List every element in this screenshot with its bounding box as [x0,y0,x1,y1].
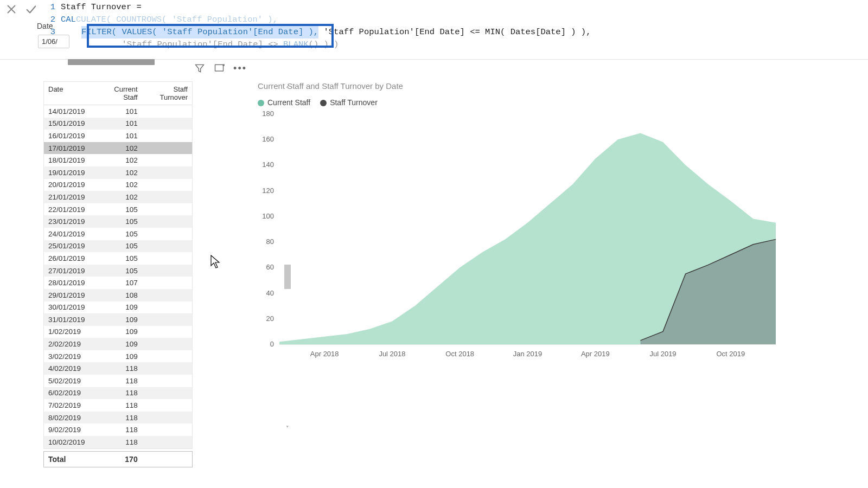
svg-text:140: 140 [262,160,274,169]
measure-name: Staff Turnover = [61,1,142,14]
header-staff-turnover[interactable]: Staff Turnover [142,82,192,105]
svg-text:Apr 2019: Apr 2019 [581,350,610,358]
cell-date: 24/01/2019 [44,230,93,238]
table-row[interactable]: 27/01/2019105 [44,265,192,277]
cell-current-staff: 101 [93,132,142,140]
cell-current-staff: 108 [93,291,142,299]
table-row[interactable]: 6/02/2019118 [44,387,192,400]
chart-title: Current Staff and Staff Turnover by Date [258,81,846,91]
cell-current-staff: 105 [93,242,142,250]
legend-item-staff-turnover[interactable]: Staff Turnover [320,98,378,107]
date-slicer-dropdown[interactable]: 1/06/ [38,35,69,48]
table-row[interactable]: 7/02/2019118 [44,399,192,412]
cell-date: 4/02/2019 [44,364,93,373]
cell-current-staff: 109 [93,328,142,336]
cell-date: 27/01/2019 [44,267,93,275]
header-current-staff[interactable]: Current Staff [93,82,142,105]
table-row[interactable]: 4/02/2019118 [44,362,192,375]
cell-current-staff: 118 [93,364,142,373]
svg-text:120: 120 [262,187,274,195]
cell-current-staff: 107 [93,279,142,287]
table-row[interactable]: 17/01/2019102 [44,142,192,155]
formula-horizontal-scrollbar[interactable] [68,59,155,65]
svg-text:60: 60 [266,263,274,271]
table-row[interactable]: 10/02/2019118 [44,436,192,448]
cell-current-staff: 118 [93,438,142,446]
table-row[interactable]: 28/01/2019107 [44,277,192,289]
table-row[interactable]: 20/01/2019102 [44,179,192,191]
cell-date: 9/02/2019 [44,426,93,434]
svg-text:180: 180 [262,111,274,118]
table-row[interactable]: 3/02/2019109 [44,350,192,363]
cell-current-staff: 118 [93,401,142,409]
cell-date: 25/01/2019 [44,242,93,250]
table-total-row: Total 170 [43,451,193,467]
svg-text:Jul 2018: Jul 2018 [379,350,405,358]
cell-date: 15/01/2019 [44,119,93,127]
cell-current-staff: 102 [93,193,142,201]
area-chart-visual[interactable]: Current Staff and Staff Turnover by Date… [258,81,846,467]
svg-text:0: 0 [270,340,274,348]
table-row[interactable]: 5/02/2019118 [44,375,192,387]
table-row[interactable]: 8/02/2019118 [44,412,192,424]
scroll-down-arrow[interactable]: ˅ [284,425,291,433]
svg-text:40: 40 [266,289,274,297]
table-row[interactable]: 21/01/2019102 [44,191,192,203]
cell-date: 23/01/2019 [44,217,93,226]
chart-plot-area[interactable]: 020406080100120140160180Apr 2018Jul 2018… [258,111,778,361]
svg-text:Apr 2018: Apr 2018 [310,350,339,358]
cell-date: 17/01/2019 [44,144,93,152]
more-options-icon[interactable]: ••• [233,65,247,72]
table-row[interactable]: 2/02/2019109 [44,338,192,350]
cell-date: 16/01/2019 [44,132,93,140]
slicer-field-label: Date [37,22,53,30]
table-row[interactable]: 26/01/2019105 [44,252,192,265]
table-row[interactable]: 1/02/2019109 [44,326,192,338]
cell-current-staff: 101 [93,119,142,127]
filter-icon[interactable] [194,63,205,74]
cell-date: 14/01/2019 [44,107,93,115]
table-visual[interactable]: ••• Date Current Staff Staff Turnover 14… [43,81,241,467]
cell-date: 10/02/2019 [44,438,93,446]
formula-bar: 1Staff Turnover = 2CALCULATE( COUNTROWS(… [0,0,868,60]
svg-text:Jul 2019: Jul 2019 [649,350,676,358]
dax-editor[interactable]: 1Staff Turnover = 2CALCULATE( COUNTROWS(… [49,0,591,51]
scroll-up-arrow[interactable]: ˄ [284,86,291,93]
cell-date: 31/01/2019 [44,316,93,324]
table-row[interactable]: 15/01/2019101 [44,118,192,130]
cell-date: 29/01/2019 [44,291,93,299]
svg-text:20: 20 [266,314,274,323]
cell-current-staff: 105 [93,230,142,238]
cell-current-staff: 101 [93,107,142,115]
cancel-icon[interactable] [5,3,17,17]
commit-icon[interactable] [25,3,37,17]
table-row[interactable]: 14/01/2019101 [44,105,192,118]
cell-date: 2/02/2019 [44,340,93,348]
table-row[interactable]: 24/01/2019105 [44,228,192,240]
cell-current-staff: 109 [93,352,142,361]
cell-current-staff: 105 [93,254,142,262]
svg-rect-0 [215,65,224,71]
cell-date: 18/01/2019 [44,156,93,164]
table-row[interactable]: 29/01/2019108 [44,289,192,301]
table-row[interactable]: 22/01/2019105 [44,203,192,216]
svg-text:Jan 2019: Jan 2019 [513,350,542,358]
table-row[interactable]: 31/01/2019109 [44,313,192,326]
mouse-cursor [210,255,221,269]
table-row[interactable]: 18/01/2019102 [44,154,192,166]
svg-text:Oct 2018: Oct 2018 [445,350,474,358]
cell-current-staff: 102 [93,181,142,189]
cell-current-staff: 109 [93,303,142,311]
table-row[interactable]: 25/01/2019105 [44,240,192,253]
cell-current-staff: 105 [93,217,142,226]
cell-date: 30/01/2019 [44,303,93,311]
table-row[interactable]: 23/01/2019105 [44,215,192,228]
cell-current-staff: 118 [93,426,142,434]
table-row[interactable]: 19/01/2019102 [44,166,192,179]
table-row[interactable]: 30/01/2019109 [44,301,192,314]
table-row[interactable]: 9/02/2019118 [44,423,192,436]
cell-current-staff: 109 [93,316,142,324]
header-date[interactable]: Date [44,82,93,105]
table-row[interactable]: 16/01/2019101 [44,130,192,142]
focus-mode-icon[interactable] [214,63,225,74]
